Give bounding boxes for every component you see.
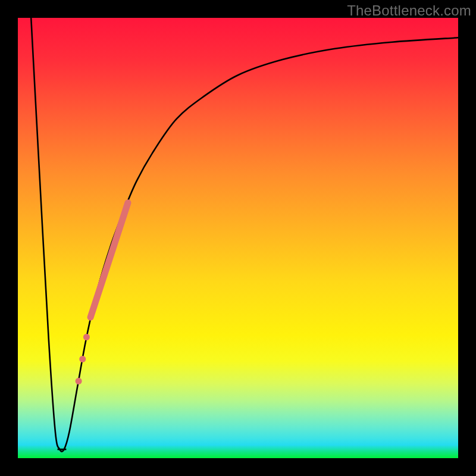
highlight-dot [76, 378, 82, 384]
highlight-band [90, 203, 128, 317]
highlight-dot [83, 334, 90, 340]
chart-svg [18, 18, 458, 458]
chart-frame: TheBottleneck.com [0, 0, 476, 476]
highlight-dot [79, 356, 86, 362]
watermark-text: TheBottleneck.com [347, 2, 471, 19]
highlight-dots [76, 334, 90, 384]
bottleneck-curve [31, 18, 458, 452]
plot-area [18, 18, 458, 458]
